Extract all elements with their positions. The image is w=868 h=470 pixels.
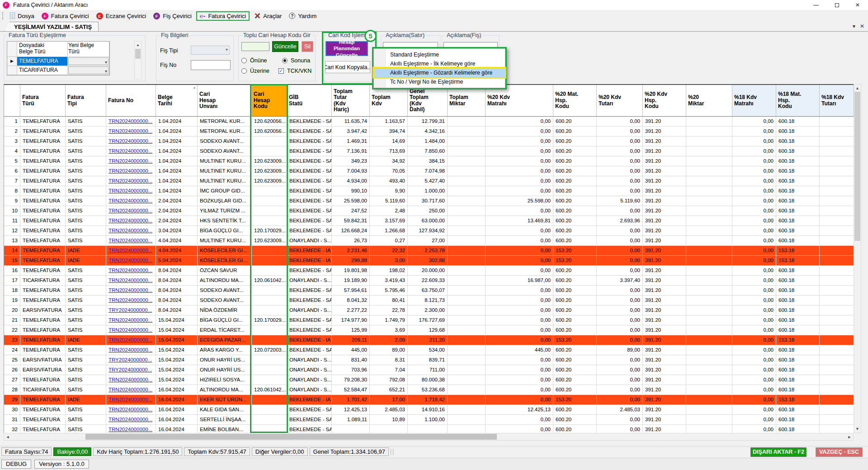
column-header-mh20[interactable]: %20 Mat. Hsp. Kodu: [553, 85, 597, 117]
checkbox-tck-vkn[interactable]: ✓ TCK/VKN: [278, 68, 313, 74]
fatura-no-link[interactable]: TRN2024000000...: [108, 287, 152, 293]
column-header-t18[interactable]: %18 Kdv Tutarı: [820, 85, 854, 117]
horizontal-scrollbar[interactable]: ◄ ►: [4, 433, 854, 441]
fatura-no-link[interactable]: TRN2024000000...: [108, 128, 152, 134]
table-row-22[interactable]: 22TEMELFATURASATISTRN2024000000...15.04.…: [4, 325, 854, 335]
fatura-no-link[interactable]: TRN2024000000...: [108, 188, 152, 193]
eslestirme-row-temelfatura[interactable]: ▶ TEMELFATURA ▾: [7, 57, 109, 66]
fatura-no-link[interactable]: TRN2024000000...: [108, 297, 152, 303]
fatura-no-link[interactable]: TRN2024000000...: [108, 118, 152, 124]
fatura-no-link[interactable]: TRN2024000000...: [108, 387, 152, 392]
fatura-no-link[interactable]: TRN2024000000...: [108, 228, 152, 233]
menu-item-akilli-ilk-kelime[interactable]: Akıllı Eşleştirme - İlk Kelimeye göre: [374, 59, 505, 68]
scroll-down-icon[interactable]: ▼: [854, 425, 861, 432]
menu-eczane-cevirici[interactable]: E Eczane Çevirici: [93, 12, 150, 20]
fatura-no-link[interactable]: TRN2024000000...: [108, 327, 152, 333]
column-header-genel[interactable]: Genel Toplam (Kdv Dahil): [408, 85, 448, 117]
guncelle-button[interactable]: Güncelle: [272, 41, 298, 52]
column-header-tarih[interactable]: Belge Tarihi▴: [156, 85, 198, 117]
sil-button[interactable]: Sil: [302, 41, 313, 52]
menu-item-akilli-gozardi-kelimeler[interactable]: Akıllı Eşleştirme - Gözardı Kelimelere g…: [374, 68, 505, 77]
fatura-no-link[interactable]: TRN2024000000...: [108, 158, 152, 164]
table-row-27[interactable]: 27TEMELFATURASATISTRN2024000000...15.04.…: [4, 375, 854, 385]
table-row-14[interactable]: 14TEMELFATURAIADETRN2024000000...4.04.20…: [4, 246, 854, 256]
eslestirme-scrollbar[interactable]: ▲: [134, 41, 142, 79]
menu-efatura-cevirici[interactable]: ℮- Fatura Çevirici: [196, 11, 250, 21]
column-header-no[interactable]: Fatura No: [106, 85, 156, 117]
menu-yardim[interactable]: ? Yardım: [285, 12, 320, 20]
fatura-no-link[interactable]: TRN2024000000...: [108, 277, 152, 283]
menu-dosya[interactable]: Dosya: [6, 12, 38, 20]
fatura-no-link[interactable]: TRN2024000000...: [108, 198, 152, 203]
scroll-right-icon[interactable]: ►: [846, 433, 853, 440]
column-header-miktar[interactable]: Toplam Miktar: [448, 85, 486, 117]
table-row-6[interactable]: 6TEMELFATURASATISTRN2024000000...1.04.20…: [4, 166, 854, 176]
table-row-19[interactable]: 19TEMELFATURASATISTRN2024000000...8.04.2…: [4, 296, 854, 306]
fatura-no-link[interactable]: TRN2024000000...: [108, 208, 152, 213]
table-row-18[interactable]: 18TEMELFATURASATISTRN2024000000...8.04.2…: [4, 286, 854, 296]
table-row-16[interactable]: 16TEMELFATURASATISTRN2024000000...8.04.2…: [4, 266, 854, 276]
belge-turu-cell[interactable]: TEMELFATURA: [17, 57, 68, 66]
table-row-26[interactable]: 26EARSIVFATURASATISTRY2024000000...15.04…: [4, 365, 854, 375]
scroll-up-icon[interactable]: ▲: [135, 42, 141, 48]
disari-aktar-button[interactable]: DIŞARI AKTAR - F2: [750, 447, 807, 457]
table-row-25[interactable]: 25EARSIVFATURASATISTRY2024000000...15.04…: [4, 355, 854, 365]
table-row-1[interactable]: 1TEMELFATURASATISTRN2024000000...1.04.20…: [4, 117, 854, 127]
fatura-no-link[interactable]: TRN2024000000...: [108, 218, 152, 223]
minimize-button[interactable]: —: [806, 0, 826, 10]
column-header-mh18[interactable]: %18 Mat. Hsp. Kodu: [776, 85, 820, 117]
table-row-21[interactable]: 21TEMELFATURASATISTRN2024000000...15.04.…: [4, 315, 854, 325]
yeni-belge-turu-combo[interactable]: ▾: [68, 57, 108, 65]
table-row-20[interactable]: 20EARSIVFATURASATISTRY2024000000...8.04.…: [4, 306, 854, 315]
table-row-11[interactable]: 11TEMELFATURASATISTRN2024000000...2.04.2…: [4, 216, 854, 226]
column-header-m20[interactable]: %20 Kdv Matrahı: [486, 85, 553, 117]
column-header-tipi[interactable]: Fatura Tipi: [66, 85, 106, 117]
fis-no-input[interactable]: [191, 60, 231, 70]
fatura-no-link[interactable]: TRN2024000000...: [108, 317, 152, 323]
table-row-5[interactable]: 5TEMELFATURASATISTRN2024000000...1.04.20…: [4, 156, 854, 166]
table-row-4[interactable]: 4TEMELFATURASATISTRN2024000000...1.04.20…: [4, 146, 854, 156]
table-row-10[interactable]: 10TEMELFATURASATISTRN2024000000...2.04.2…: [4, 206, 854, 216]
close-button[interactable]: ✕: [847, 0, 868, 10]
menu-item-standard-eslestirme[interactable]: Standard Eşleştirme: [374, 50, 505, 59]
tab-yesilmavi-satis[interactable]: YEŞİLMAVİ YAZILIM - SATIŞ: [5, 22, 99, 31]
fatura-no-link[interactable]: TRY2024000000...: [108, 367, 152, 372]
table-row-7[interactable]: 7TEMELFATURASATISTRN2024000000...1.04.20…: [4, 176, 854, 186]
yeni-belge-turu-combo[interactable]: ▾: [68, 66, 108, 74]
fatura-no-link[interactable]: TRN2024000000...: [108, 347, 152, 352]
fatura-no-link[interactable]: TRN2024000000...: [108, 238, 152, 243]
restore-button[interactable]: [826, 0, 847, 10]
radio-onune[interactable]: Önüne: [241, 57, 269, 64]
table-row-2[interactable]: 2TEMELFATURASATISTRN2024000000...1.04.20…: [4, 127, 854, 136]
table-row-29[interactable]: 29TEMELFATURAIADETRN2024000000...16.04.2…: [4, 395, 854, 405]
fatura-no-link[interactable]: TRN2024000000...: [108, 337, 152, 343]
column-header-t20[interactable]: %20 Kdv Tutarı: [597, 85, 643, 117]
menu-item-tcno-vergino[interactable]: Tc No / Vergi No ile Eşleştirme: [374, 77, 505, 86]
fatura-no-link[interactable]: TRN2024000000...: [108, 397, 152, 402]
table-row-13[interactable]: 13TEMELFATURASATISTRN2024000000...4.04.2…: [4, 236, 854, 246]
vertical-scrollbar[interactable]: ▲ ▼: [854, 84, 861, 433]
column-header-m18[interactable]: %18 Kdv Matrahı: [732, 85, 776, 117]
vazgec-button[interactable]: VAZGEÇ - ESC: [816, 447, 863, 457]
table-row-12[interactable]: 12TEMELFATURASATISTRN2024000000...3.04.2…: [4, 226, 854, 236]
fatura-no-link[interactable]: TRN2024000000...: [108, 168, 152, 174]
tab-list-chevron-icon[interactable]: ▾: [853, 23, 855, 29]
table-row-3[interactable]: 3TEMELFATURASATISTRN2024000000...1.04.20…: [4, 136, 854, 146]
column-header-mi20[interactable]: %20 Miktar: [686, 85, 732, 117]
eslestirme-row-ticarifatura[interactable]: TICARIFATURA ▾: [7, 66, 109, 75]
fatura-no-link[interactable]: TRN2024000000...: [108, 417, 152, 422]
menu-fis-cevirici[interactable]: F Fiş Çevirici: [150, 12, 195, 20]
table-row-31[interactable]: 31TEMELFATURASATISTRN2024000000...16.04.…: [4, 415, 854, 425]
scroll-left-icon[interactable]: ◄: [4, 433, 11, 440]
fis-tipi-combo[interactable]: ▾: [191, 46, 230, 55]
column-header-kdv[interactable]: Toplam Kdv: [370, 85, 408, 117]
table-row-9[interactable]: 9TEMELFATURASATISTRN2024000000...2.04.20…: [4, 196, 854, 206]
radio-sonuna[interactable]: Sonuna: [282, 57, 311, 64]
scroll-thumb[interactable]: [135, 49, 141, 59]
fatura-no-link[interactable]: TRY2024000000...: [108, 357, 152, 362]
belge-turu-cell[interactable]: TICARIFATURA: [17, 66, 68, 75]
cari-kod-kopyala-button[interactable]: Cari Kod Kopyala...: [325, 61, 370, 73]
fatura-no-link[interactable]: TRN2024000000...: [108, 248, 152, 253]
table-row-30[interactable]: 30TEMELFATURASATISTRN2024000000...16.04.…: [4, 405, 854, 415]
column-header-kod[interactable]: Cari Hesap Kodu: [252, 85, 287, 117]
